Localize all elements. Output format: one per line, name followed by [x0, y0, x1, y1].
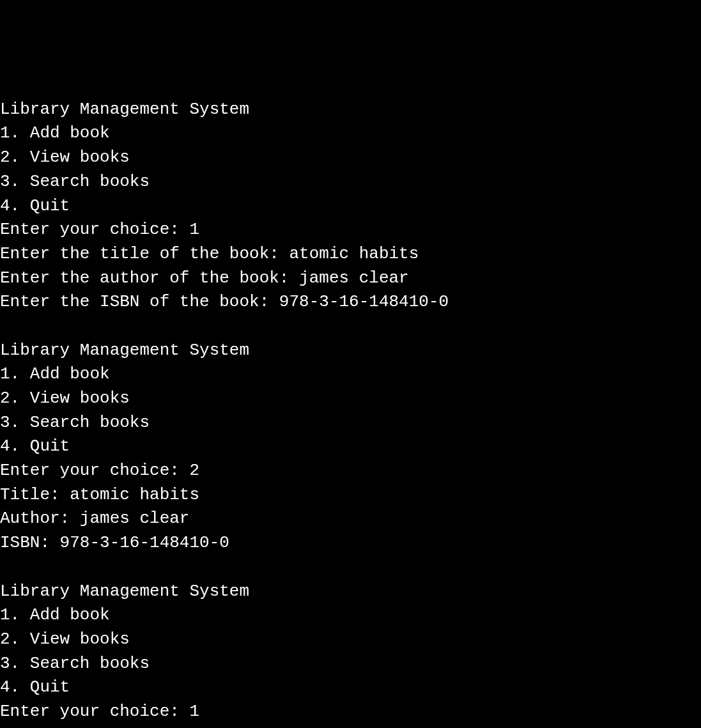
blank-line: [0, 555, 701, 580]
terminal-output[interactable]: Library Management System1. Add book2. V…: [0, 98, 701, 728]
menu-item: 1. Add book: [0, 603, 701, 628]
blank-line: [0, 314, 701, 339]
header-line: Library Management System: [0, 580, 701, 604]
menu-item: 4. Quit: [0, 435, 701, 459]
prompt-title: Enter the title of the book: power of su…: [0, 724, 701, 728]
header-line: Library Management System: [0, 339, 701, 363]
prompt-choice: Enter your choice: 1: [0, 700, 701, 724]
prompt-author: Enter the author of the book: james clea…: [0, 267, 701, 291]
menu-item: 2. View books: [0, 146, 701, 170]
menu-item: 4. Quit: [0, 676, 701, 700]
menu-item: 1. Add book: [0, 121, 701, 146]
prompt-isbn: Enter the ISBN of the book: 978-3-16-148…: [0, 290, 701, 314]
output-author: Author: james clear: [0, 507, 701, 531]
prompt-title: Enter the title of the book: atomic habi…: [0, 242, 701, 267]
menu-item: 3. Search books: [0, 652, 701, 676]
menu-item: 2. View books: [0, 387, 701, 411]
prompt-choice: Enter your choice: 1: [0, 218, 701, 242]
menu-item: 1. Add book: [0, 362, 701, 387]
menu-item: 3. Search books: [0, 411, 701, 435]
header-line: Library Management System: [0, 98, 701, 122]
menu-item: 3. Search books: [0, 170, 701, 194]
menu-item: 4. Quit: [0, 194, 701, 219]
output-title: Title: atomic habits: [0, 483, 701, 507]
menu-item: 2. View books: [0, 628, 701, 652]
output-isbn: ISBN: 978-3-16-148410-0: [0, 531, 701, 555]
prompt-choice: Enter your choice: 2: [0, 459, 701, 483]
